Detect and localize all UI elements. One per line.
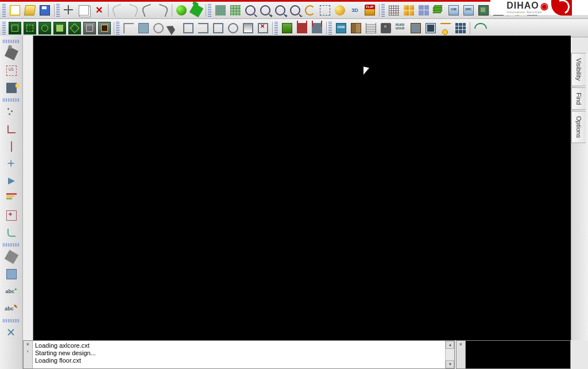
cm-button[interactable]: CM [447, 3, 461, 17]
toolbar-grip[interactable] [381, 4, 385, 17]
zoomin-button[interactable]: + [258, 3, 272, 17]
scroll-down-icon[interactable]: ▾ [446, 360, 454, 368]
toolbar-grip[interactable] [116, 22, 119, 34]
drc-button[interactable]: DRC [462, 3, 475, 17]
world-button[interactable] [175, 3, 188, 17]
scroll-button[interactable] [409, 21, 423, 35]
toolbar-grip[interactable] [328, 22, 332, 34]
rtag-button[interactable]: R1R2U1U2 [394, 21, 408, 35]
pad-button[interactable] [4, 267, 19, 282]
zoomin2-button[interactable]: + [273, 3, 287, 17]
shape2-button[interactable] [196, 21, 210, 35]
close-icon[interactable]: × [459, 341, 462, 348]
design-canvas[interactable] [33, 36, 571, 340]
rectfill-button[interactable] [137, 21, 150, 35]
connector-button[interactable] [4, 80, 19, 95]
board7-button[interactable] [98, 21, 111, 35]
points-button[interactable] [4, 105, 19, 120]
flip-button[interactable]: FLIP [363, 3, 377, 17]
toolbar-grip[interactable] [3, 319, 20, 322]
dim1-button[interactable] [295, 21, 309, 35]
matrix-button[interactable] [454, 21, 467, 35]
open-button[interactable] [23, 3, 37, 17]
shapedel-button[interactable] [256, 21, 270, 35]
route-button[interactable] [4, 225, 19, 240]
scroll-up-icon[interactable]: ▴ [446, 341, 454, 349]
redo-button[interactable] [126, 3, 140, 17]
toolbar-grip[interactable] [2, 4, 6, 17]
rect-button[interactable] [122, 21, 136, 35]
routev-button[interactable] [4, 139, 19, 154]
dim2-button[interactable] [310, 21, 324, 35]
addtext-button[interactable]: abc [4, 284, 19, 299]
toolbar-grip[interactable] [208, 4, 211, 17]
quad-button[interactable] [402, 3, 416, 17]
pin-button[interactable] [189, 3, 203, 17]
grid2-button[interactable] [229, 3, 242, 17]
console-scrollbar[interactable]: ▴ ▾ [445, 341, 454, 368]
console-gutter[interactable]: ×‹ [24, 341, 33, 368]
redo2-button[interactable] [156, 3, 169, 17]
target-button[interactable] [4, 156, 19, 171]
quad2-button[interactable] [417, 3, 431, 17]
bw-button[interactable] [424, 21, 438, 35]
rotate-button[interactable] [303, 3, 317, 17]
coil-button[interactable] [364, 21, 378, 35]
probe-button[interactable] [4, 46, 19, 61]
package-button[interactable] [280, 21, 294, 35]
delete-button[interactable]: ✕ [92, 3, 106, 17]
move-button[interactable] [62, 3, 76, 17]
hatch-button[interactable] [387, 3, 401, 17]
undo2-button[interactable] [141, 3, 154, 17]
odb-button[interactable]: ODB [334, 21, 348, 35]
toolbar-grip[interactable] [3, 243, 20, 247]
line-button[interactable] [4, 249, 19, 264]
grid1-button[interactable] [214, 3, 227, 17]
layers-button[interactable] [4, 191, 19, 206]
toolbar-grip[interactable] [56, 4, 60, 17]
tab-find[interactable]: Find [571, 87, 586, 110]
board4-button[interactable] [53, 21, 67, 35]
board6-button[interactable] [83, 21, 96, 35]
close-icon[interactable]: × [26, 341, 29, 348]
toolbar-grip[interactable] [2, 22, 6, 34]
copy-button[interactable] [77, 3, 91, 17]
arrow-button[interactable] [4, 174, 19, 189]
shape4-button[interactable] [226, 21, 240, 35]
zoom-button[interactable] [243, 3, 257, 17]
zoomout-button[interactable]: − [288, 3, 302, 17]
shape1-button[interactable] [181, 21, 195, 35]
toolbar-grip[interactable] [274, 22, 278, 34]
tab-options[interactable]: Options [571, 111, 586, 143]
stack-button[interactable] [432, 3, 446, 17]
globe-button[interactable] [333, 3, 347, 17]
camera-button[interactable] [379, 21, 393, 35]
edittext-button[interactable]: abc [4, 301, 19, 316]
via-button[interactable] [4, 122, 19, 137]
u1-button[interactable]: U1 [4, 63, 19, 78]
snap-button[interactable] [4, 325, 19, 340]
toolbar-grip[interactable] [3, 40, 20, 43]
chip-button[interactable] [477, 3, 490, 17]
shapeg-button[interactable] [241, 21, 255, 35]
board3-button[interactable] [38, 21, 52, 35]
select-button[interactable] [167, 21, 180, 35]
tab-visibility[interactable]: Visibility [571, 53, 586, 86]
board5-button[interactable] [68, 21, 82, 35]
save-button[interactable] [38, 3, 52, 17]
console-output[interactable]: Loading axlcore.cxt Starting new design.… [33, 341, 445, 368]
chevron-left-icon[interactable]: ‹ [27, 348, 29, 355]
fit-button[interactable] [318, 3, 332, 17]
expand-button[interactable] [4, 208, 19, 223]
library-button[interactable] [349, 21, 363, 35]
view3d-button[interactable]: 3D [348, 3, 362, 17]
toolbar-grip[interactable] [3, 98, 20, 102]
circle-button[interactable] [152, 21, 165, 35]
world-view-panel[interactable]: × [456, 340, 571, 369]
new-button[interactable] [8, 3, 22, 17]
wave-button[interactable] [473, 21, 486, 35]
board2-button[interactable] [23, 21, 37, 35]
shape3-button[interactable] [211, 21, 225, 35]
undo-button[interactable] [111, 3, 125, 17]
board1-button[interactable] [8, 21, 22, 35]
